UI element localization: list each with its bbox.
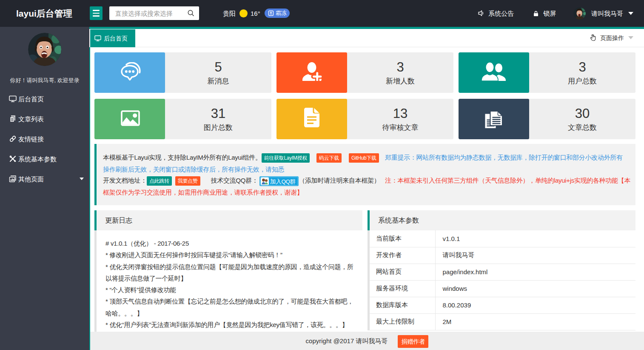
svg-text:加入QQ群: 加入QQ群 xyxy=(270,178,296,184)
